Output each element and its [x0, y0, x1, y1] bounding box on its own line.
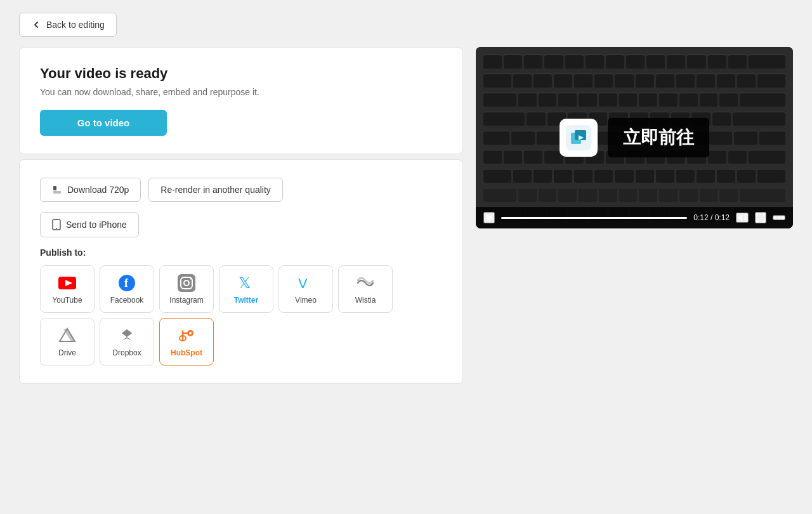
drive-label: Drive	[58, 348, 76, 357]
publish-label: Publish to:	[40, 247, 442, 258]
publish-drive[interactable]: Drive	[40, 318, 95, 366]
drive-icon	[58, 327, 76, 345]
cta-text: 立即前往	[623, 128, 694, 147]
svg-point-34	[782, 217, 784, 219]
svg-marker-28	[487, 214, 493, 221]
svg-point-33	[778, 217, 780, 219]
instagram-icon	[178, 274, 195, 292]
dropbox-label: Dropbox	[112, 348, 141, 357]
actions-card: Download 720p Re-render in another quali…	[19, 159, 463, 384]
twitter-icon: 𝕏	[237, 274, 255, 292]
publish-hubspot[interactable]: HubSpot	[159, 318, 214, 366]
publish-twitter[interactable]: 𝕏 Twitter	[219, 265, 273, 313]
publish-vimeo[interactable]: V Vimeo	[278, 265, 333, 313]
wistia-icon	[357, 274, 374, 292]
hubspot-label: HubSpot	[171, 348, 202, 357]
action-buttons-row: Download 720p Re-render in another quali…	[40, 178, 442, 202]
svg-text:𝕏: 𝕏	[239, 274, 251, 291]
svg-rect-4	[55, 220, 58, 221]
hubspot-icon	[178, 327, 195, 345]
video-overlay: 立即前往	[476, 47, 793, 228]
download-720p-button[interactable]: Download 720p	[40, 178, 141, 202]
go-to-video-button[interactable]: Go to video	[40, 110, 167, 136]
publish-dropbox[interactable]: Dropbox	[100, 318, 154, 366]
svg-marker-29	[738, 214, 742, 221]
more-options-button[interactable]	[773, 215, 785, 220]
iphone-icon	[52, 219, 61, 230]
svg-rect-1	[53, 191, 61, 194]
facebook-label: Facebook	[110, 296, 144, 305]
video-cta-badge: 立即前往	[608, 118, 709, 157]
download-icon	[52, 185, 62, 195]
vimeo-icon: V	[297, 274, 315, 292]
publish-facebook[interactable]: f Facebook	[100, 265, 154, 313]
video-controls: 0:12 / 0:12	[476, 207, 793, 228]
rerender-label: Re-render in another quality	[160, 185, 271, 195]
ready-subtitle: You can now download, share, embed and r…	[40, 87, 442, 97]
rerender-button[interactable]: Re-render in another quality	[148, 178, 283, 202]
progress-fill	[501, 217, 687, 219]
svg-rect-0	[53, 186, 56, 190]
wistia-label: Wistia	[355, 296, 376, 305]
play-button[interactable]	[483, 212, 495, 223]
svg-point-12	[190, 277, 192, 279]
svg-point-20	[189, 332, 192, 334]
ready-card: Your video is ready You can now download…	[19, 47, 463, 154]
dropbox-icon	[118, 327, 136, 345]
progress-bar[interactable]	[501, 217, 687, 219]
svg-text:V: V	[298, 275, 308, 291]
back-to-editing-button[interactable]: Back to editing	[19, 13, 117, 37]
download-label: Download 720p	[67, 185, 129, 195]
svg-marker-18	[122, 329, 132, 337]
vimeo-label: Vimeo	[295, 296, 317, 305]
publish-instagram[interactable]: Instagram	[159, 265, 214, 313]
volume-button[interactable]	[736, 213, 749, 223]
publish-grid: YouTube f Facebook	[40, 265, 442, 366]
twitter-label: Twitter	[234, 296, 258, 305]
brand-logo	[560, 119, 598, 157]
svg-text:f: f	[124, 277, 129, 289]
ready-title: Your video is ready	[40, 65, 442, 82]
fullscreen-button[interactable]	[755, 212, 766, 223]
back-button-label: Back to editing	[46, 20, 105, 30]
send-iphone-label: Send to iPhone	[66, 220, 127, 230]
arrow-left-icon	[31, 20, 41, 30]
youtube-icon	[58, 274, 76, 292]
youtube-label: YouTube	[52, 296, 82, 305]
svg-point-3	[56, 228, 57, 229]
svg-marker-16	[63, 329, 75, 341]
time-display: 0:12 / 0:12	[693, 213, 730, 222]
svg-point-32	[775, 217, 776, 219]
facebook-icon: f	[118, 274, 136, 292]
instagram-label: Instagram	[169, 296, 203, 305]
video-preview: 立即前往 0:12 / 0:12	[476, 47, 793, 228]
send-to-iphone-button[interactable]: Send to iPhone	[40, 212, 139, 237]
publish-wistia[interactable]: Wistia	[338, 265, 393, 313]
video-thumbnail: 立即前往 0:12 / 0:12	[476, 47, 793, 228]
publish-youtube[interactable]: YouTube	[40, 265, 95, 313]
send-iphone-row: Send to iPhone	[40, 212, 442, 237]
